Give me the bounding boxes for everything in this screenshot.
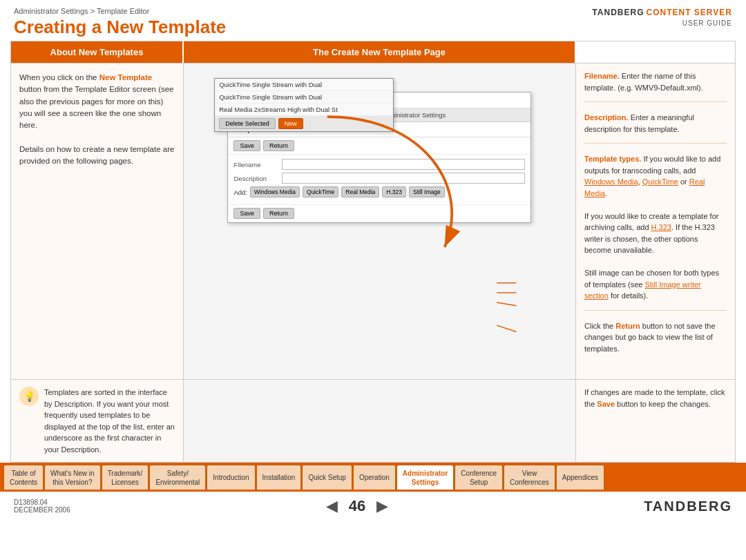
popup-buttons: Delete Selected New: [215, 116, 393, 131]
tab-quick-setup[interactable]: Quick Setup: [302, 465, 352, 490]
mock-popup: QuickTime Single Stream with Dual QuickT…: [214, 78, 394, 132]
page-number: 46: [349, 497, 365, 515]
left-para2: Details on how to create a new template …: [19, 144, 175, 168]
tab-view-conferences[interactable]: ViewConferences: [504, 465, 555, 490]
popup-row-1: QuickTime Single Stream with Dual: [215, 79, 393, 91]
popup-row-3: Real Media 2xStreams High with Dual St: [215, 104, 393, 116]
mock-return-bottom-btn[interactable]: Return: [263, 208, 294, 219]
return-highlight: Return: [615, 322, 640, 330]
tab-installation[interactable]: Installation: [256, 465, 302, 490]
add-h323[interactable]: H.323: [382, 186, 406, 197]
right-section-description: Description. Enter a meaningful descript…: [584, 112, 727, 144]
tab-table-of-contents[interactable]: Table ofContents: [3, 465, 44, 490]
new-template-highlight: New Template: [99, 73, 152, 81]
mock-save-bottom-btn[interactable]: Save: [233, 208, 260, 219]
new-btn[interactable]: New: [278, 118, 303, 129]
right-section-return: Click the Return button to not save the …: [584, 320, 727, 363]
save-highlight: Save: [597, 400, 615, 408]
return-desc: Click the Return button to not save the …: [584, 320, 727, 355]
mock-save-btn[interactable]: Save: [233, 140, 260, 151]
breadcrumb: Administrator Settings > Template Editor: [14, 7, 226, 15]
add-real-media[interactable]: Real Media: [341, 186, 379, 197]
footer-navigation: ◀ 46 ▶: [326, 497, 388, 515]
tab-conference-setup[interactable]: ConferenceSetup: [455, 465, 503, 490]
template-types-desc: Template types. If you would like to add…: [584, 153, 727, 199]
tab-introduction[interactable]: Introduction: [207, 465, 255, 490]
tab-trademark[interactable]: Trademark/Licenses: [102, 465, 149, 490]
nav-tabs: Table ofContents What's New inthis Versi…: [0, 463, 746, 492]
tab-admin-settings[interactable]: AdministratorSettings: [396, 465, 455, 490]
mock-form: Filename Description Add: Windows Media …: [228, 155, 530, 202]
doc-number: D13898.04: [14, 499, 70, 506]
filename-label: Filename: [233, 161, 282, 168]
screenshot-area: QuickTime Single Stream with Dual QuickT…: [193, 71, 566, 371]
left-column: When you click on the New Template butto…: [11, 64, 184, 379]
mock-top-buttons: Save Return: [228, 137, 530, 155]
add-quicktime[interactable]: QuickTime: [303, 186, 338, 197]
filename-field: Filename: [233, 159, 525, 170]
prev-page-arrow[interactable]: ◀: [326, 497, 338, 515]
section-headers: About New Templates The Create New Templ…: [11, 41, 735, 63]
footer: D13898.04 DECEMBER 2006 ◀ 46 ▶ TANDBERG: [0, 492, 746, 521]
description-label-r: Description.: [584, 113, 629, 122]
filename-label-r: Filename.: [584, 72, 620, 80]
still-image-desc: Still image can be chosen for both types…: [584, 267, 727, 302]
tip-row: 💡 Templates are sorted in the interface …: [11, 379, 735, 462]
footer-brand: TANDBERG: [644, 499, 732, 514]
svg-line-4: [497, 325, 516, 331]
description-input[interactable]: [282, 173, 525, 184]
add-row: Add: Windows Media QuickTime Real Media …: [233, 186, 525, 197]
delete-selected-btn[interactable]: Delete Selected: [219, 118, 276, 129]
h323-link[interactable]: H.323: [651, 223, 671, 231]
tab-whats-new[interactable]: What's New inthis Version?: [44, 465, 101, 490]
right-section-types: Template types. If you would like to add…: [584, 153, 727, 311]
svg-line-3: [497, 302, 516, 306]
quicktime-link[interactable]: QuickTime: [642, 177, 678, 186]
left-section-header: About New Templates: [11, 41, 184, 63]
footer-doc-info: D13898.04 DECEMBER 2006: [14, 499, 70, 514]
tip-right: If changes are made to the template, cli…: [576, 380, 735, 462]
description-desc: Description. Enter a meaningful descript…: [584, 112, 727, 135]
right-section-header: [576, 41, 735, 63]
popup-row-2: QuickTime Single Stream with Dual: [215, 91, 393, 104]
description-field: Description: [233, 173, 525, 184]
content-body: When you click on the New Template butto…: [11, 63, 735, 379]
tab-operation[interactable]: Operation: [353, 465, 396, 490]
tip-center: [184, 380, 576, 462]
center-column: QuickTime Single Stream with Dual QuickT…: [184, 64, 576, 379]
windows-media-link[interactable]: Windows Media: [584, 177, 638, 186]
h323-desc: If you would like to create a template f…: [584, 211, 727, 256]
right-section-filename: Filename. Enter the name of this templat…: [584, 70, 727, 102]
template-types-label: Template types.: [584, 155, 641, 163]
center-section-header: The Create New Template Page: [184, 41, 576, 63]
brand-top: TANDBERG CONTENT SERVERUSER GUIDE: [592, 7, 732, 28]
header: Administrator Settings > Template Editor…: [0, 0, 746, 41]
add-label: Add:: [233, 189, 247, 196]
right-column: Filename. Enter the name of this templat…: [576, 64, 735, 379]
mock-bottom-buttons: Save Return: [228, 204, 530, 222]
next-page-arrow[interactable]: ▶: [376, 497, 388, 515]
tab-appendices[interactable]: Appendices: [556, 465, 604, 490]
description-label: Description: [233, 175, 282, 182]
still-image-link[interactable]: Still Image writer section: [584, 280, 701, 300]
left-para1: When you click on the New Template butto…: [19, 72, 175, 131]
tip-left: 💡 Templates are sorted in the interface …: [11, 380, 184, 462]
tip-text: Templates are sorted in the interface by…: [44, 387, 175, 455]
doc-date: DECEMBER 2006: [14, 506, 70, 514]
main-content: About New Templates The Create New Templ…: [10, 41, 736, 463]
filename-desc: Filename. Enter the name of this templat…: [584, 70, 727, 93]
mock-return-btn[interactable]: Return: [263, 140, 294, 151]
page-title: Creating a New Template: [14, 17, 226, 38]
filename-input[interactable]: [282, 159, 525, 170]
tip-icon: 💡: [19, 387, 39, 406]
add-still-image[interactable]: Still Image: [409, 186, 445, 197]
add-windows-media[interactable]: Windows Media: [250, 186, 300, 197]
tab-safety[interactable]: Safety/Environmental: [149, 465, 206, 490]
